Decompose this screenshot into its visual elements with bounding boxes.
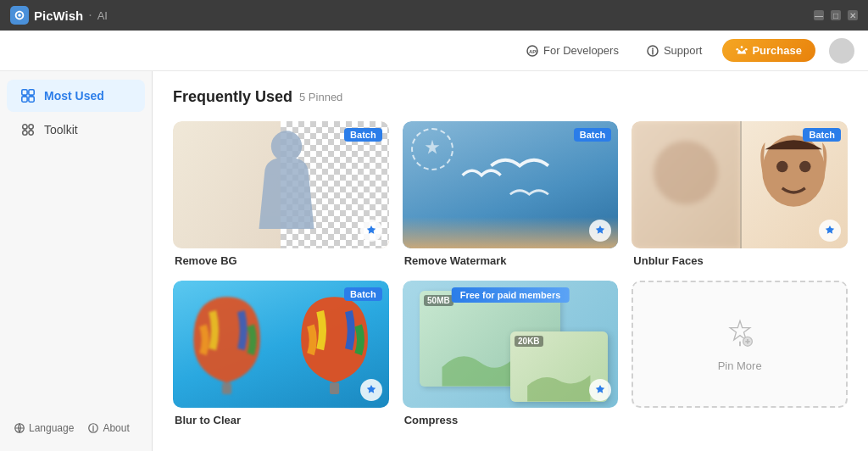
- tool-card-remove-bg[interactable]: Batch Remove BG: [173, 121, 389, 267]
- svg-rect-19: [295, 174, 303, 213]
- navbar: API For Developers Support Purchase: [0, 31, 868, 71]
- tool-label-remove-bg: Remove BG: [173, 254, 389, 267]
- tool-card-remove-watermark[interactable]: Batch Remove Watermark: [403, 121, 619, 267]
- section-header: Frequently Used 5 Pinned: [173, 88, 848, 106]
- window-controls: — □ ✕: [814, 10, 858, 20]
- sidebar: Most Used Toolkit Language About: [0, 71, 153, 451]
- support-icon: [646, 44, 659, 58]
- app-logo: PicWish · AI: [10, 6, 108, 25]
- star-button-remove-bg[interactable]: [360, 220, 382, 242]
- tool-label-blur-to-clear: Blur to Clear: [173, 414, 389, 426]
- language-icon: [14, 422, 25, 434]
- sidebar-nav: Most Used Toolkit: [0, 80, 152, 146]
- svg-point-6: [741, 46, 743, 48]
- svg-point-5: [745, 47, 748, 50]
- svg-rect-9: [22, 97, 27, 102]
- tool-label-compress: Compress: [403, 414, 619, 426]
- most-used-icon: [20, 88, 36, 103]
- svg-point-11: [23, 125, 27, 129]
- sidebar-item-toolkit-label: Toolkit: [44, 123, 78, 136]
- language-button[interactable]: Language: [14, 422, 74, 434]
- support-label: Support: [664, 44, 703, 57]
- about-icon: [87, 422, 99, 434]
- tool-image-remove-bg: Batch: [173, 121, 389, 248]
- tool-card-blur-to-clear[interactable]: Batch Blur to Clear: [173, 281, 389, 426]
- sidebar-footer: Language About: [0, 414, 152, 443]
- tool-image-unblur-faces: Batch: [632, 121, 848, 248]
- avatar[interactable]: [829, 38, 854, 64]
- logo-text: PicWish: [34, 8, 83, 23]
- minimize-button[interactable]: —: [814, 10, 824, 20]
- tool-card-compress[interactable]: 50MB 20KB Free for paid members: [403, 281, 619, 426]
- svg-point-17: [270, 131, 301, 161]
- section-title: Frequently Used: [173, 88, 292, 106]
- logo-ai: AI: [97, 9, 108, 22]
- svg-rect-8: [29, 90, 34, 95]
- toolkit-icon: [20, 122, 36, 137]
- for-developers-button[interactable]: API For Developers: [519, 41, 626, 61]
- tool-image-blur-to-clear: Batch: [173, 281, 389, 408]
- tool-image-compress: 50MB 20KB Free for paid members: [403, 281, 619, 408]
- batch-badge-blur-to-clear: Batch: [344, 287, 382, 301]
- tool-label-unblur-faces: Unblur Faces: [632, 254, 848, 267]
- svg-point-21: [776, 160, 788, 172]
- svg-point-13: [23, 131, 27, 135]
- support-button[interactable]: Support: [639, 41, 709, 61]
- sidebar-item-most-used[interactable]: Most Used: [7, 80, 145, 112]
- about-button[interactable]: About: [87, 422, 129, 434]
- api-icon: API: [526, 44, 539, 58]
- svg-rect-10: [29, 97, 34, 102]
- svg-point-0: [18, 14, 21, 17]
- logo-icon: [10, 6, 29, 25]
- tool-grid: Batch Remove BG: [173, 121, 848, 426]
- pin-more-label: Pin More: [718, 359, 762, 372]
- svg-rect-25: [330, 382, 339, 394]
- crown-icon: [736, 45, 748, 57]
- purchase-button[interactable]: Purchase: [722, 39, 815, 62]
- app-body: Most Used Toolkit Language About: [0, 71, 868, 451]
- language-label: Language: [29, 422, 74, 434]
- close-button[interactable]: ✕: [848, 10, 858, 20]
- svg-point-22: [799, 160, 811, 172]
- pin-more-card[interactable]: Pin More: [632, 281, 848, 408]
- titlebar: PicWish · AI — □ ✕: [0, 0, 868, 31]
- svg-text:API: API: [529, 49, 537, 54]
- maximize-button[interactable]: □: [831, 10, 841, 20]
- batch-badge-remove-bg: Batch: [344, 128, 382, 142]
- svg-point-4: [737, 47, 739, 50]
- tool-card-unblur-faces[interactable]: Batch Unblur Faces: [632, 121, 848, 267]
- svg-rect-24: [222, 382, 231, 394]
- pinned-count: 5 Pinned: [299, 91, 342, 103]
- main-content: Frequently Used 5 Pinned: [153, 71, 868, 451]
- about-label: About: [103, 422, 129, 434]
- sidebar-item-most-used-label: Most Used: [44, 89, 104, 103]
- svg-rect-7: [22, 90, 27, 95]
- pin-more-icon: [725, 317, 755, 351]
- logo-dot: ·: [88, 8, 92, 23]
- sidebar-item-toolkit[interactable]: Toolkit: [7, 114, 145, 146]
- purchase-label: Purchase: [752, 44, 802, 57]
- tool-card-pin-more[interactable]: Pin More: [632, 281, 848, 426]
- star-button-blur-to-clear[interactable]: [360, 379, 382, 401]
- tool-image-remove-watermark: Batch: [403, 121, 619, 248]
- star-button-unblur-faces[interactable]: [819, 220, 841, 242]
- svg-rect-18: [269, 174, 277, 213]
- batch-badge-remove-watermark: Batch: [574, 128, 612, 142]
- batch-badge-unblur-faces: Batch: [803, 128, 841, 142]
- free-badge-compress: Free for paid members: [452, 287, 570, 303]
- tool-label-remove-watermark: Remove Watermark: [403, 254, 619, 267]
- svg-point-14: [29, 131, 33, 135]
- for-developers-label: For Developers: [543, 44, 619, 57]
- titlebar-left: PicWish · AI: [10, 6, 108, 25]
- svg-point-12: [29, 125, 33, 129]
